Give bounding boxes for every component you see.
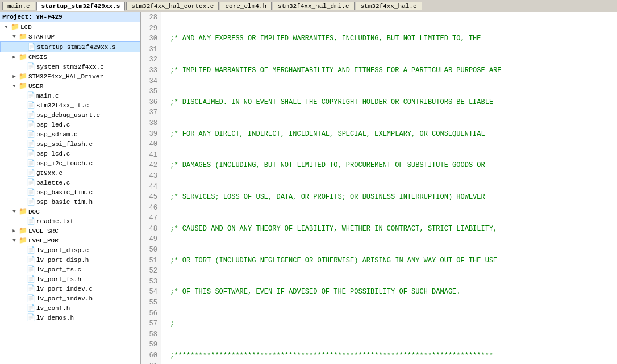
sidebar-item-doc[interactable]: ▼ 📁 DOC bbox=[0, 207, 140, 216]
expand-arrow-user: ▼ bbox=[10, 83, 18, 89]
sidebar-item-bsp-lcd[interactable]: 📄 bsp_lcd.c bbox=[0, 149, 140, 158]
sidebar-item-lv-demos-label: lv_demos.h bbox=[36, 315, 74, 321]
expand-arrow-cmsis: ▶ bbox=[10, 54, 18, 60]
sidebar-item-stm32-driver-label: STM32F4xx_HAL_Driver bbox=[28, 73, 103, 80]
code-line-36: ;* OF THIS SOFTWARE, EVEN IF ADVISED OF … bbox=[166, 287, 612, 298]
file-icon-tim-h: 📄 bbox=[26, 198, 35, 206]
sidebar-item-bsp-led[interactable]: 📄 bsp_led.c bbox=[0, 120, 140, 129]
line-num-30: 30 bbox=[144, 34, 157, 44]
file-icon-led: 📄 bbox=[26, 120, 35, 129]
sidebar-item-readme-label: readme.txt bbox=[36, 218, 74, 225]
sidebar-item-lvgl-src-label: LVGL_SRC bbox=[28, 228, 59, 235]
sidebar-item-cmsis[interactable]: ▶ 📁 CMSIS bbox=[0, 52, 140, 62]
file-icon-it: 📄 bbox=[26, 101, 35, 110]
sidebar-item-lvgl-por-label: LVGL_POR bbox=[28, 237, 59, 244]
line-num-51: 51 bbox=[144, 256, 157, 266]
folder-icon-startup: 📁 bbox=[18, 32, 27, 41]
sidebar-item-bsp-spi-label: bsp_spi_flash.c bbox=[36, 141, 93, 148]
sidebar-item-stm32-it[interactable]: 📄 stm32f4xx_it.c bbox=[0, 101, 140, 110]
sidebar-item-system-file[interactable]: 📄 system_stm32f4xx.c bbox=[0, 62, 140, 72]
sidebar-item-user-label: USER bbox=[28, 83, 43, 90]
sidebar-item-lv-demos[interactable]: 📄 lv_demos.h bbox=[0, 313, 140, 323]
file-icon-disp-h: 📄 bbox=[26, 256, 35, 264]
line-num-49: 49 bbox=[144, 234, 157, 245]
sidebar: Project: YH-F429 ▼ 📁 LCD ▼ 📁 STARTUP 📄 s… bbox=[0, 12, 141, 364]
expand-arrow-lvgl-src: ▶ bbox=[10, 228, 18, 234]
line-num-61: 61 bbox=[144, 361, 157, 364]
line-num-56: 56 bbox=[144, 308, 157, 319]
code-line-34: ;* CAUSED AND ON ANY THEORY OF LIABILITY… bbox=[166, 224, 612, 235]
file-icon-fs-h: 📄 bbox=[26, 275, 35, 283]
line-num-41: 41 bbox=[144, 150, 157, 161]
sidebar-item-lv-port-fs-h[interactable]: 📄 lv_port_fs.h bbox=[0, 274, 140, 284]
sidebar-item-lvgl-por[interactable]: ▼ 📁 LVGL_POR bbox=[0, 236, 140, 245]
sidebar-item-gt9xx-label: gt9xx.c bbox=[36, 170, 62, 177]
sidebar-item-system-file-label: system_stm32f4xx.c bbox=[36, 64, 104, 70]
line-num-38: 38 bbox=[144, 118, 157, 129]
sidebar-item-bsp-tim-c-label: bsp_basic_tim.c bbox=[36, 189, 93, 196]
line-num-34: 34 bbox=[144, 76, 157, 87]
line-num-52: 52 bbox=[144, 266, 157, 277]
tab-startup[interactable]: startup_stm32f429xx.s bbox=[36, 2, 126, 11]
main-area: Project: YH-F429 ▼ 📁 LCD ▼ 📁 STARTUP 📄 s… bbox=[0, 12, 617, 364]
sidebar-item-bsp-tim-c[interactable]: 📄 bsp_basic_tim.c bbox=[0, 187, 140, 197]
sidebar-item-startup-file[interactable]: 📄 startup_stm32f429xx.s bbox=[0, 41, 140, 52]
sidebar-item-lv-port-fs-h-label: lv_port_fs.h bbox=[36, 276, 81, 283]
sidebar-item-startup[interactable]: ▼ 📁 STARTUP bbox=[0, 32, 140, 41]
file-icon-palette: 📄 bbox=[26, 178, 35, 187]
expand-arrow-lvgl-por: ▼ bbox=[10, 238, 18, 244]
sidebar-item-lv-conf-label: lv_conf.h bbox=[36, 305, 70, 312]
tab-hal-cortex[interactable]: stm32f4xx_hal_cortex.c bbox=[126, 2, 219, 10]
sidebar-item-user[interactable]: ▼ 📁 USER bbox=[0, 81, 140, 91]
sidebar-item-lv-conf[interactable]: 📄 lv_conf.h bbox=[0, 303, 140, 313]
line-num-43: 43 bbox=[144, 171, 157, 182]
sidebar-item-palette[interactable]: 📄 palette.c bbox=[0, 178, 140, 187]
sidebar-item-lvgl-src[interactable]: ▶ 📁 LVGL_SRC bbox=[0, 226, 140, 236]
line-num-29: 29 bbox=[144, 23, 157, 34]
sidebar-item-bsp-debug-label: bsp_debug_usart.c bbox=[36, 112, 100, 119]
expand-arrow-startup: ▼ bbox=[10, 34, 18, 40]
file-icon-lcd: 📄 bbox=[26, 149, 35, 158]
sidebar-item-lcd[interactable]: ▼ 📁 LCD bbox=[0, 22, 140, 32]
code-line-30: ;* DISCLAIMED. IN NO EVENT SHALL THE COP… bbox=[166, 97, 612, 108]
tab-hal-dmi[interactable]: stm32f4xx_hal_dmi.c bbox=[273, 2, 354, 10]
code-line-31: ;* FOR ANY DIRECT, INDIRECT, INCIDENTAL,… bbox=[166, 129, 612, 140]
sidebar-item-lv-port-disp-c[interactable]: 📄 lv_port_disp.c bbox=[0, 245, 140, 255]
code-line-38: ;***************************************… bbox=[166, 350, 612, 361]
expand-arrow-stm32-driver: ▶ bbox=[10, 73, 18, 80]
file-icon-main: 📄 bbox=[26, 91, 35, 100]
folder-icon-lcd: 📁 bbox=[10, 23, 19, 31]
line-num-53: 53 bbox=[144, 277, 157, 287]
project-header: Project: YH-F429 bbox=[0, 12, 140, 22]
sidebar-item-lv-port-indev-c[interactable]: 📄 lv_port_indev.c bbox=[0, 284, 140, 294]
line-num-48: 48 bbox=[144, 224, 157, 235]
tab-hal-c[interactable]: stm32f4xx_hal.c bbox=[356, 2, 422, 10]
sidebar-item-main-c[interactable]: 📄 main.c bbox=[0, 91, 140, 101]
sidebar-item-bsp-debug[interactable]: 📄 bsp_debug_usart.c bbox=[0, 110, 140, 120]
line-num-33: 33 bbox=[144, 65, 157, 76]
tab-core-clm4[interactable]: core_clm4.h bbox=[220, 2, 272, 10]
tab-main-c[interactable]: main.c bbox=[2, 2, 35, 10]
sidebar-item-lv-port-disp-h-label: lv_port_disp.h bbox=[36, 257, 89, 263]
line-num-58: 58 bbox=[144, 329, 157, 340]
sidebar-item-lv-port-fs-c[interactable]: 📄 lv_port_fs.c bbox=[0, 265, 140, 274]
expand-arrow-doc: ▼ bbox=[10, 209, 18, 215]
file-icon-sdram: 📄 bbox=[26, 130, 35, 139]
code-line-32: ;* DAMAGES (INCLUDING, BUT NOT LIMITED T… bbox=[166, 160, 612, 171]
folder-icon-user: 📁 bbox=[18, 82, 27, 90]
line-num-45: 45 bbox=[144, 192, 157, 203]
sidebar-item-bsp-spi[interactable]: 📄 bsp_spi_flash.c bbox=[0, 139, 140, 149]
sidebar-item-lv-port-disp-h[interactable]: 📄 lv_port_disp.h bbox=[0, 255, 140, 265]
line-num-50: 50 bbox=[144, 245, 157, 256]
sidebar-item-lv-port-indev-h[interactable]: 📄 lv_port_indev.h bbox=[0, 294, 140, 303]
sidebar-item-bsp-tim-h[interactable]: 📄 bsp_basic_tim.h bbox=[0, 197, 140, 207]
line-num-54: 54 bbox=[144, 287, 157, 298]
sidebar-item-bsp-sdram[interactable]: 📄 bsp_sdram.c bbox=[0, 129, 140, 139]
code-lines[interactable]: ;* AND ANY EXPRESS OR IMPLIED WARRANTIES… bbox=[161, 12, 617, 364]
folder-icon-cmsis: 📁 bbox=[18, 53, 27, 61]
sidebar-item-bsp-led-label: bsp_led.c bbox=[36, 122, 70, 128]
sidebar-item-bsp-i2c[interactable]: 📄 bsp_i2c_touch.c bbox=[0, 158, 140, 168]
sidebar-item-gt9xx[interactable]: 📄 gt9xx.c bbox=[0, 168, 140, 178]
sidebar-item-stm32-driver[interactable]: ▶ 📁 STM32F4xx_HAL_Driver bbox=[0, 72, 140, 81]
sidebar-item-readme[interactable]: 📄 readme.txt bbox=[0, 216, 140, 226]
